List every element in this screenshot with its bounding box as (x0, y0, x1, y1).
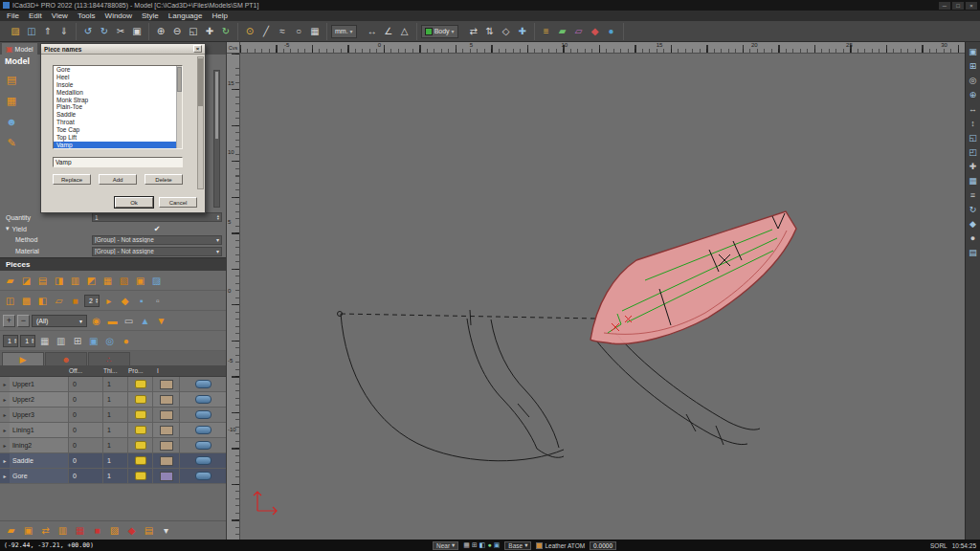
pieces-tool-icon[interactable]: ◨ (52, 274, 66, 288)
pieces-tool-icon[interactable]: ▩ (19, 294, 33, 308)
offset-cell[interactable]: 0 (69, 453, 103, 468)
offset-cell[interactable]: 0 (69, 377, 103, 391)
quantity-stepper[interactable]: ▴▾ (217, 214, 219, 221)
row-expand-icon[interactable]: ▸ (0, 381, 10, 387)
offset-cell[interactable]: 0 (69, 423, 103, 437)
method-select[interactable]: [Group] - Not assigne ▾ (92, 235, 222, 245)
cancel-button[interactable]: Cancel (159, 197, 197, 208)
toolbar-icon[interactable]: ▰ (555, 24, 570, 39)
right-toolbar-icon[interactable]: ↔ (967, 102, 979, 115)
visibility-icon[interactable] (195, 441, 212, 450)
collapse-all-button[interactable]: − (17, 315, 30, 327)
toolbar-icon[interactable]: ✚ (202, 24, 217, 39)
menu-item[interactable]: Language (164, 11, 208, 21)
toolbar-icon[interactable]: ⇓ (56, 24, 72, 39)
toolbar-icon[interactable]: ↺ (80, 24, 96, 39)
right-toolbar-icon[interactable]: ▦ (967, 174, 979, 187)
panel-icon[interactable]: ▦ (4, 93, 19, 108)
current-material[interactable]: Leather ATOM (536, 542, 585, 549)
thickness-stepper[interactable]: 1 ▴▾ (20, 335, 35, 347)
right-toolbar-icon[interactable]: ↻ (967, 203, 979, 215)
dialog-title-bar[interactable]: Piece names × (41, 44, 205, 55)
list-item[interactable]: Monk Strap (54, 97, 176, 104)
toolbar-icon[interactable]: ⊕ (153, 24, 168, 39)
right-toolbar-icon[interactable]: ≡ (967, 188, 979, 201)
pieces-tool-icon[interactable]: ▦ (73, 523, 87, 538)
row-expand-icon[interactable]: ▸ (0, 442, 10, 449)
list-item[interactable]: Heel (54, 74, 176, 81)
pieces-tool-icon[interactable]: ⊞ (70, 334, 84, 348)
visibility-icon[interactable] (195, 380, 212, 388)
close-icon[interactable]: × (193, 45, 202, 53)
add-button[interactable]: Add (99, 174, 137, 185)
menu-item[interactable]: Style (137, 11, 164, 21)
pieces-tool-icon[interactable]: ▱ (52, 294, 66, 308)
tab-model[interactable]: ▣ Model (2, 43, 37, 55)
pieces-tool-icon[interactable]: ▰ (3, 274, 17, 288)
piece-name-cell[interactable]: lining2 (10, 438, 69, 452)
column-header-properties[interactable]: Pro... (128, 367, 153, 374)
thickness-cell[interactable]: 1 (103, 392, 128, 407)
pieces-tool-icon[interactable]: ▣ (21, 523, 35, 538)
properties-icon[interactable] (135, 410, 146, 419)
statusbar-icon[interactable]: ● (487, 541, 491, 549)
thickness-cell[interactable]: 1 (103, 423, 128, 437)
quantity-field[interactable]: 1 ▴▾ (92, 212, 222, 222)
pieces-tool-icon[interactable]: ◧ (35, 294, 50, 308)
menu-item[interactable]: File (2, 11, 24, 21)
right-toolbar-icon[interactable]: ▣ (967, 45, 979, 57)
pieces-tab[interactable]: ☻ (45, 352, 87, 365)
piece-name-cell[interactable]: Lining1 (10, 423, 69, 437)
list-item[interactable]: Throat (54, 119, 176, 126)
toolbar-icon[interactable]: ▣ (129, 24, 145, 39)
pieces-tool-icon[interactable]: ▼ (154, 314, 168, 328)
material-swatch[interactable] (160, 472, 173, 481)
row-expand-icon[interactable]: ▸ (0, 427, 10, 433)
properties-icon[interactable] (135, 456, 146, 465)
visibility-icon[interactable] (195, 472, 212, 480)
menu-item[interactable]: Window (100, 11, 137, 21)
statusbar-icon[interactable]: ⊞ (472, 541, 478, 549)
pieces-tool-icon[interactable]: ▥ (56, 523, 70, 538)
visibility-icon[interactable] (195, 395, 212, 404)
pieces-tool-icon[interactable]: ▬ (105, 314, 120, 328)
copies-stepper[interactable]: 2 ▴▾ (84, 295, 100, 307)
pieces-tool-icon[interactable]: ◉ (89, 314, 103, 328)
visibility-icon[interactable] (195, 410, 212, 419)
thickness-cell[interactable]: 1 (103, 453, 128, 468)
thickness-cell[interactable]: 1 (103, 438, 128, 452)
right-toolbar-icon[interactable]: ⊞ (967, 59, 979, 72)
toolbar-icon[interactable]: ▨ (8, 24, 23, 39)
toolbar-icon[interactable]: ◫ (24, 24, 39, 39)
right-toolbar-icon[interactable]: ⊕ (967, 88, 979, 100)
material-swatch[interactable] (160, 410, 173, 420)
toolbar-icon[interactable]: ◆ (588, 24, 603, 39)
layer-select[interactable]: Base ▾ (504, 541, 531, 550)
visibility-icon[interactable] (195, 456, 212, 465)
toolbar-icon[interactable]: ▱ (571, 24, 587, 39)
right-toolbar-icon[interactable]: ↕ (967, 117, 979, 129)
menu-item[interactable]: Tools (73, 11, 100, 21)
pieces-tool-icon[interactable]: ▤ (142, 523, 156, 538)
offset-stepper[interactable]: 1 ▴▾ (3, 335, 18, 347)
thickness-cell[interactable]: 1 (103, 377, 128, 391)
toolbar-icon[interactable]: ○ (291, 24, 306, 39)
piece-name-cell[interactable]: Upper3 (10, 408, 69, 422)
pieces-tool-icon[interactable]: ▨ (107, 523, 122, 538)
panel-icon[interactable]: ✎ (4, 135, 19, 150)
ok-button[interactable]: Ok (115, 197, 153, 208)
pieces-tool-icon[interactable]: ⇄ (38, 523, 53, 538)
table-row[interactable]: ▸ Saddle 0 1 (0, 453, 226, 469)
pieces-tool-icon[interactable]: ◫ (3, 294, 17, 308)
delete-button[interactable]: Delete (145, 174, 183, 185)
pieces-tool-icon[interactable]: ■ (68, 294, 82, 308)
right-toolbar-icon[interactable]: ◆ (967, 217, 979, 230)
material-swatch[interactable] (160, 395, 173, 405)
toolbar-icon[interactable]: ▦ (307, 24, 323, 39)
toolbar-icon[interactable]: ↻ (97, 24, 112, 39)
right-toolbar-icon[interactable]: ▤ (967, 246, 979, 258)
pieces-tool-icon[interactable]: ▣ (133, 274, 147, 288)
toolbar-icon[interactable]: ╱ (258, 24, 274, 39)
piece-name-cell[interactable]: Upper2 (10, 392, 69, 407)
list-scrollbar[interactable] (176, 66, 182, 148)
